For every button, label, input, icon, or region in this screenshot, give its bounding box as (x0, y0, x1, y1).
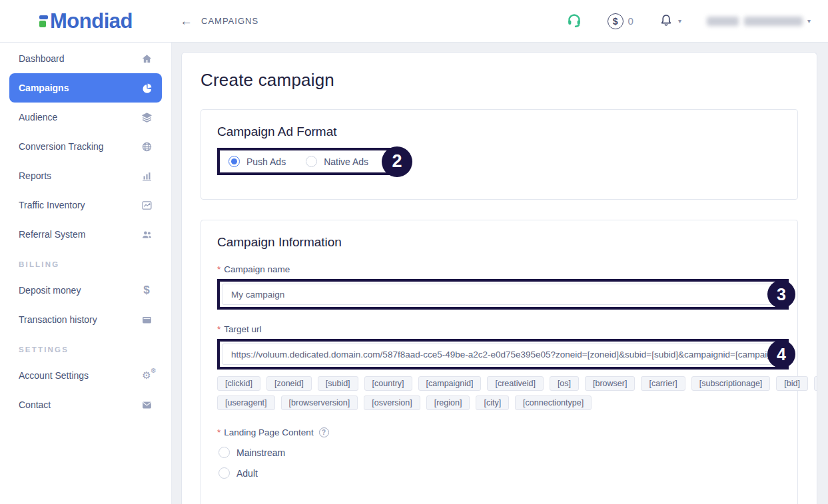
sidebar-section-settings: SETTINGS (0, 334, 171, 361)
radio-button-icon[interactable] (218, 467, 230, 479)
macro-chip[interactable]: [zoneid] (266, 376, 312, 391)
sidebar: Dashboard Campaigns Audience Conversion … (0, 43, 172, 504)
macro-chip[interactable]: [region] (426, 395, 470, 410)
gears-icon: ⚙⚙ (141, 370, 153, 381)
macro-chip[interactable]: [useragent] (217, 395, 275, 410)
balance-indicator[interactable]: $ 0 (608, 13, 633, 29)
layers-icon (141, 111, 153, 123)
campaign-name-annotation-box: 3 (217, 279, 789, 310)
sidebar-item-label: Contact (19, 399, 51, 410)
chevron-down-icon: ▾ (678, 17, 681, 25)
headset-icon (566, 12, 582, 31)
macro-chip[interactable]: [browser] (585, 376, 635, 391)
sidebar-item-label: Deposit money (19, 285, 81, 296)
card-title: Campaign Ad Format (217, 125, 781, 139)
sidebar-item-contact[interactable]: Contact (0, 390, 171, 419)
sidebar-item-dashboard[interactable]: Dashboard (0, 44, 171, 73)
sidebar-item-campaigns[interactable]: Campaigns (9, 73, 162, 103)
campaign-name-input[interactable] (222, 284, 784, 305)
macro-chip[interactable]: [browserversion] (281, 395, 358, 410)
macro-chip[interactable]: [subid] (318, 376, 358, 391)
macro-chip[interactable]: [osversion] (364, 395, 420, 410)
sidebar-item-label: Traffic Inventory (19, 200, 85, 210)
globe-icon (141, 140, 153, 152)
radio-button-icon[interactable] (228, 156, 240, 167)
chevron-down-icon: ▾ (807, 17, 811, 25)
target-url-label: * Target url (217, 324, 781, 334)
required-asterisk: * (217, 324, 220, 334)
radio-label: Push Ads (246, 156, 286, 167)
macro-chips-row-1: [clickid] [zoneid] [subid] [country] [ca… (217, 376, 781, 391)
sidebar-item-deposit-money[interactable]: Deposit money $ (0, 276, 171, 305)
wallet-icon (141, 314, 153, 326)
target-url-input[interactable] (222, 344, 784, 365)
macro-chip[interactable]: [country] (364, 376, 412, 391)
sidebar-item-audience[interactable]: Audience (0, 103, 171, 132)
card-campaign-information: Campaign Information * Campaign name 3 *… (201, 220, 798, 504)
radio-mainstream[interactable]: Mainstream (218, 447, 781, 458)
content-panel: Create campaign Campaign Ad Format Push … (181, 52, 817, 504)
balance-value: 0 (628, 15, 633, 27)
macro-chip[interactable]: [connectiontype] (515, 395, 592, 410)
bar-chart-icon (141, 170, 153, 182)
breadcrumb: ← CAMPAIGNS (180, 14, 258, 29)
radio-button-icon[interactable] (306, 156, 317, 167)
sidebar-item-reports[interactable]: Reports (0, 161, 171, 190)
sidebar-item-label: Campaigns (19, 83, 69, 93)
macro-chip[interactable]: [campaignid] (418, 376, 482, 391)
sidebar-item-conversion-tracking[interactable]: Conversion Tracking (0, 132, 171, 161)
target-url-annotation-box: 4 (217, 339, 789, 370)
back-arrow-icon[interactable]: ← (180, 14, 193, 29)
macro-chip[interactable]: [clickid] (217, 376, 260, 391)
ad-format-annotation-box: Push Ads Native Ads 2 (217, 148, 402, 175)
macro-chip[interactable]: [subscriptionage] (691, 376, 771, 391)
user-name-redacted (707, 17, 803, 26)
topbar: Mondiad ← CAMPAIGNS $ 0 (0, 0, 828, 43)
macro-chip[interactable]: [bid] (776, 376, 808, 391)
radio-native-ads[interactable]: Native Ads (306, 156, 368, 167)
main-content: Create campaign Campaign Ad Format Push … (172, 43, 828, 504)
campaign-name-label: * Campaign name (217, 264, 781, 274)
radio-push-ads[interactable]: Push Ads (228, 156, 286, 167)
sidebar-item-label: Audience (19, 112, 57, 123)
required-asterisk: * (217, 427, 220, 437)
macro-chips-row-2: [useragent] [browserversion] [osversion]… (217, 395, 781, 410)
help-icon[interactable]: ? (319, 427, 329, 437)
logo-text: Mondiad (50, 9, 133, 33)
sidebar-item-referral-system[interactable]: Referral System (0, 220, 171, 249)
sidebar-item-label: Referral System (19, 229, 85, 240)
sidebar-item-label: Dashboard (19, 53, 65, 64)
user-account-menu[interactable]: ▾ (707, 17, 811, 26)
radio-button-icon[interactable] (218, 447, 230, 458)
notifications-button[interactable]: ▾ (659, 13, 681, 30)
radio-label: Native Ads (324, 156, 368, 167)
card-title: Campaign Information (217, 235, 781, 250)
annotation-badge-2: 2 (382, 146, 412, 177)
support-button[interactable] (566, 12, 582, 31)
logo[interactable]: Mondiad (0, 9, 172, 33)
macro-chip[interactable]: [carrier] (641, 376, 685, 391)
landing-page-content-label: * Landing Page Content ? (217, 427, 781, 437)
line-chart-icon (141, 199, 153, 211)
radio-label: Mainstream (236, 447, 285, 458)
sidebar-item-account-settings[interactable]: Account Settings ⚙⚙ (0, 361, 171, 390)
macro-chip[interactable]: [city] (476, 395, 509, 410)
radio-adult[interactable]: Adult (218, 467, 781, 479)
macro-chip[interactable]: [creativeid] (487, 376, 543, 391)
card-campaign-ad-format: Campaign Ad Format Push Ads Native Ads 2 (201, 109, 798, 200)
macro-chip[interactable]: [adformat] (814, 376, 817, 391)
macro-chip[interactable]: [os] (550, 376, 579, 391)
sidebar-item-traffic-inventory[interactable]: Traffic Inventory (0, 190, 171, 220)
page-title: Create campaign (201, 70, 798, 91)
dollar-circle-icon: $ (608, 13, 623, 29)
users-icon (141, 228, 153, 240)
sidebar-item-transaction-history[interactable]: Transaction history (0, 305, 171, 334)
sidebar-item-label: Transaction history (19, 314, 97, 325)
envelope-icon (141, 399, 153, 411)
breadcrumb-label[interactable]: CAMPAIGNS (201, 16, 258, 26)
sidebar-item-label: Reports (19, 170, 51, 181)
bell-icon (659, 13, 673, 30)
radio-label: Adult (236, 468, 258, 479)
logo-mark-icon (39, 15, 48, 27)
sidebar-section-billing: BILLING (0, 249, 171, 276)
